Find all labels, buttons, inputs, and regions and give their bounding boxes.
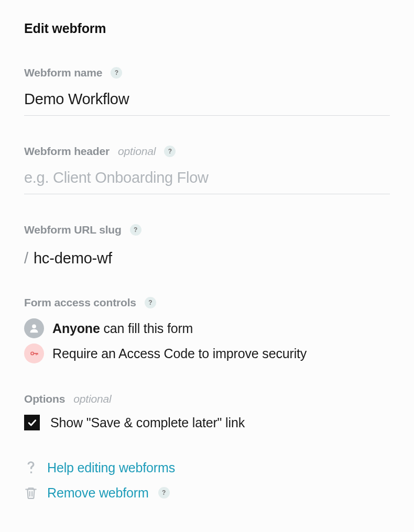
person-icon [24, 318, 44, 338]
webform-header-label: Webform header [24, 145, 110, 158]
checkbox-checked-icon[interactable] [24, 415, 40, 430]
key-icon [24, 343, 44, 363]
options-label: Options [24, 393, 65, 405]
footer-links: Help editing webforms Remove webform ? [24, 460, 390, 501]
access-anyone-bold: Anyone [52, 321, 100, 336]
help-icon[interactable]: ? [158, 487, 170, 498]
section-options: Options optional Show "Save & complete l… [24, 393, 390, 430]
svg-point-0 [32, 324, 36, 328]
option-save-later-row[interactable]: Show "Save & complete later" link [24, 415, 390, 430]
option-save-later-label: Show "Save & complete later" link [50, 415, 245, 430]
access-require-code-text: Require an Access Code to improve securi… [52, 345, 307, 363]
slug-slash: / [24, 250, 28, 267]
question-icon [24, 460, 38, 475]
optional-tag: optional [118, 145, 156, 158]
help-icon[interactable]: ? [164, 146, 176, 157]
webform-header-input[interactable] [24, 167, 390, 194]
webform-name-label: Webform name [24, 66, 102, 79]
access-require-code-row[interactable]: Require an Access Code to improve securi… [24, 343, 390, 363]
section-access-controls: Form access controls ? Anyone can fill t… [24, 296, 390, 363]
trash-icon [24, 485, 38, 501]
access-anyone-row[interactable]: Anyone can fill this form [24, 318, 390, 338]
webform-name-input[interactable] [24, 88, 390, 116]
help-icon[interactable]: ? [111, 67, 122, 79]
field-webform-slug: Webform URL slug ? / hc-demo-wf [24, 224, 390, 267]
access-controls-label: Form access controls [24, 296, 136, 309]
help-icon[interactable]: ? [130, 224, 141, 236]
webform-slug-value[interactable]: hc-demo-wf [34, 250, 112, 267]
access-anyone-rest: can fill this form [100, 321, 193, 336]
help-link[interactable]: Help editing webforms [47, 460, 175, 475]
optional-tag: optional [73, 393, 111, 405]
access-anyone-text: Anyone can fill this form [52, 319, 193, 338]
remove-link-row[interactable]: Remove webform ? [24, 485, 390, 501]
help-link-row[interactable]: Help editing webforms [24, 460, 390, 475]
page-title: Edit webform [24, 21, 390, 36]
webform-slug-label: Webform URL slug [24, 224, 122, 236]
remove-link[interactable]: Remove webform [47, 485, 149, 501]
field-webform-name: Webform name ? [24, 66, 390, 116]
help-icon[interactable]: ? [145, 297, 156, 308]
field-webform-header: Webform header optional ? [24, 145, 390, 194]
